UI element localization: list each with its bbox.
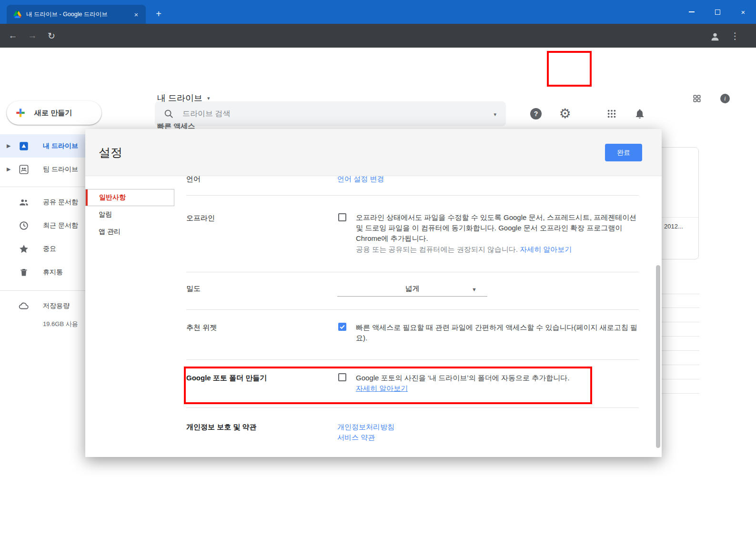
privacy-policy-link[interactable]: 개인정보처리방침 (337, 423, 394, 432)
row-divider (186, 195, 639, 196)
close-button[interactable]: × (730, 0, 756, 24)
annotation-rect-gear (547, 51, 592, 87)
drive-favicon (13, 11, 21, 18)
tab-close-icon[interactable]: × (131, 10, 141, 19)
privacy-label: 개인정보 보호 및 약관 (186, 423, 257, 432)
page-title[interactable]: 내 드라이브 ▾ (157, 92, 210, 104)
widget-description: 빠른 액세스로 필요할 때 관련 파일에 간편하게 액세스할 수 있습니다(페이… (356, 322, 642, 343)
row-divider (186, 407, 639, 408)
apps-grid-icon (607, 109, 616, 119)
search-bar: ▾ (155, 101, 506, 126)
new-tab-button[interactable]: + (152, 8, 165, 20)
search-icon[interactable] (163, 109, 174, 119)
sidebar-item-label: 휴지통 (43, 268, 63, 277)
help-button[interactable]: ? (527, 105, 544, 122)
settings-nav-general[interactable]: 일반사항 (85, 189, 174, 206)
page-title-text: 내 드라이브 (157, 92, 202, 104)
offline-learn-more-link[interactable]: 자세히 알아보기 (520, 245, 572, 253)
row-divider (186, 272, 639, 272)
profile-icon[interactable] (706, 27, 725, 46)
language-label: 언어 (186, 175, 201, 184)
window-controls: × (679, 0, 756, 24)
refresh-icon[interactable]: ↻ (42, 26, 61, 45)
nav-label: 앱 관리 (99, 228, 121, 236)
clock-icon (18, 220, 30, 231)
screen: 내 드라이브 - Google 드라이브 × + × ← → ↻ https:/… (0, 0, 756, 546)
row-divider (186, 309, 639, 310)
info-button[interactable]: i (720, 93, 730, 104)
maximize-button[interactable] (705, 0, 730, 24)
dialog-title: 설정 (99, 145, 122, 160)
dialog-header: 설정 완료 (85, 129, 662, 176)
tab-title: 내 드라이브 - Google 드라이브 (26, 10, 131, 19)
view-toggle-button[interactable] (692, 93, 702, 104)
shared-people-icon (18, 197, 30, 208)
settings-nav-apps[interactable]: 앱 관리 (85, 223, 174, 240)
search-options-caret-icon[interactable]: ▾ (494, 111, 496, 118)
team-drive-icon (18, 164, 30, 175)
bell-icon (634, 108, 645, 119)
sidebar-item-label: 내 드라이브 (43, 142, 78, 150)
nav-label: 알림 (99, 210, 112, 219)
annotation-rect-photos (184, 367, 592, 404)
offline-note: 공용 또는 공유되는 컴퓨터에는 권장되지 않습니다. (356, 245, 518, 253)
grid-view-icon (692, 94, 702, 103)
page-title-caret-icon: ▾ (207, 95, 210, 101)
widget-checkbox[interactable] (338, 323, 346, 331)
sidebar-item-label: 팀 드라이브 (43, 165, 78, 174)
browser-menu-icon[interactable]: ⋮ (726, 26, 745, 45)
offline-description: 오프라인 상태에서도 파일을 수정할 수 있도록 Google 문서, 스프레드… (356, 212, 642, 244)
star-icon (18, 243, 30, 255)
done-button[interactable]: 완료 (605, 144, 642, 161)
language-settings-link[interactable]: 언어 설정 변경 (337, 175, 384, 184)
dialog-scrollbar-thumb[interactable] (656, 265, 660, 448)
trash-icon (18, 267, 30, 278)
search-input[interactable] (182, 101, 468, 126)
cloud-icon (18, 300, 30, 312)
nav-label: 일반사항 (99, 193, 126, 202)
help-icon: ? (530, 108, 542, 119)
check-icon (339, 324, 345, 330)
expand-arrow-icon[interactable]: ▶ (7, 143, 18, 149)
sidebar-item-label: 최근 문서함 (43, 221, 78, 230)
window-titlebar: 내 드라이브 - Google 드라이브 × + × (0, 0, 756, 24)
sidebar-item-label: 중요 (43, 245, 56, 253)
apps-button[interactable] (603, 105, 620, 122)
file-name: 2012... (664, 223, 683, 230)
select-caret-icon: ▼ (472, 287, 477, 292)
widget-label: 추천 위젯 (186, 323, 217, 332)
browser-toolbar: ← → ↻ https://drive.google.com/drive/u/1… (0, 24, 756, 48)
density-select[interactable]: 넓게 ▼ (337, 281, 487, 297)
my-drive-icon (18, 140, 30, 152)
density-value: 넓게 (405, 284, 420, 293)
drive-header: 드라이브 ▾ ? ⚙ (0, 48, 756, 86)
density-label: 밀도 (186, 284, 201, 293)
row-divider (186, 359, 639, 360)
settings-dialog: 설정 완료 일반사항 알림 앱 관리 언어 언어 설정 변경 오프라인 오프라인… (85, 129, 662, 457)
gear-icon: ⚙ (559, 107, 571, 120)
minimize-icon (689, 11, 695, 12)
info-icon: i (720, 94, 730, 103)
minimize-button[interactable] (679, 0, 705, 24)
terms-of-service-link[interactable]: 서비스 약관 (337, 433, 375, 442)
back-icon[interactable]: ← (3, 26, 22, 45)
plus-icon (14, 107, 27, 119)
new-button-label: 새로 만들기 (34, 109, 72, 118)
forward-icon[interactable]: → (23, 26, 42, 45)
sidebar-item-label: 공유 문서함 (43, 198, 78, 207)
maximize-icon (715, 10, 720, 15)
new-button[interactable]: 새로 만들기 (7, 101, 101, 125)
settings-nav-notifications[interactable]: 알림 (85, 206, 174, 223)
browser-tab[interactable]: 내 드라이브 - Google 드라이브 × (7, 5, 146, 24)
settings-button[interactable]: ⚙ (556, 105, 574, 122)
storage-label: 저장용량 (43, 302, 70, 310)
offline-label: 오프라인 (186, 214, 215, 223)
notifications-button[interactable] (631, 105, 648, 122)
offline-checkbox[interactable] (338, 213, 346, 221)
expand-arrow-icon[interactable]: ▶ (7, 166, 18, 172)
